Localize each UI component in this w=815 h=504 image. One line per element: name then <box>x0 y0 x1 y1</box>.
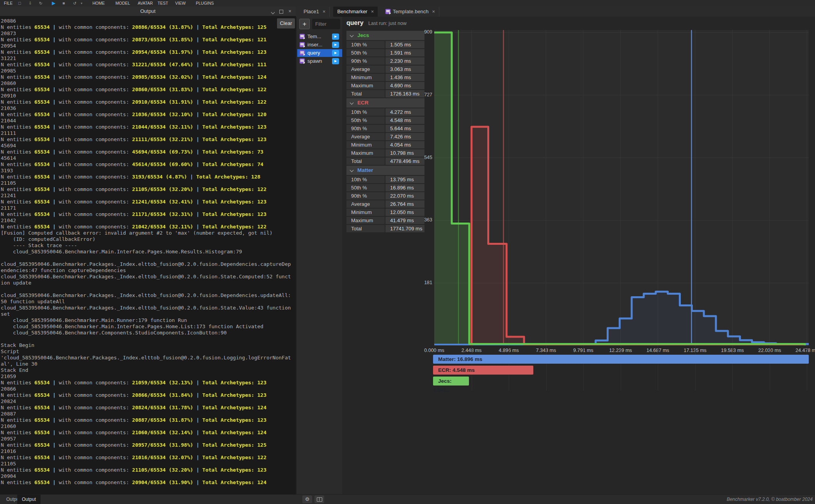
bench-script-icon <box>300 34 305 39</box>
play-icon[interactable]: ▶ <box>52 0 55 7</box>
docs-book-icon[interactable] <box>314 495 324 503</box>
stat-value: 1.436 ms <box>385 74 424 81</box>
log-line-entities: N entities 65534 | with common component… <box>1 149 292 155</box>
credit-text: Benchmarker v7.2.0, © boatbomber 2024 <box>727 495 813 504</box>
tab-close-icon[interactable]: × <box>432 9 435 14</box>
log-line-count: 21016 <box>1 448 292 454</box>
ribbon-menu-avatar[interactable]: AVATAR <box>138 0 153 7</box>
log-line-entities: N entities 65534 | with common component… <box>1 380 292 386</box>
log-line-count: 31221 <box>1 55 292 62</box>
stat-label-Total: Total <box>346 225 385 232</box>
stat-value: 1.505 ms <box>385 41 424 48</box>
log-line-entities: N entities 65534 | with common component… <box>1 417 292 423</box>
log-line-count: 20860 <box>1 80 292 87</box>
log-line-entities: N entities 65534 | with common component… <box>1 136 292 143</box>
error-log-line: cloud_5853950046.Benchmarker.Packages._I… <box>1 261 292 274</box>
legend-bar-jecs[interactable]: Jecs: 1.591... <box>433 377 469 386</box>
log-line-count: 20954 <box>1 43 292 49</box>
section-name: Matter <box>357 166 373 175</box>
log-line-entities: N entities 65534 | with common component… <box>1 161 292 168</box>
log-line-count: 21241 <box>1 193 292 199</box>
stat-label-Maximum: Maximum <box>346 149 385 157</box>
stat-value: 4.272 ms <box>385 108 424 116</box>
results-title: query <box>346 19 364 27</box>
log-line-count: 20985 <box>1 68 292 74</box>
stat-value: 5.644 ms <box>385 125 424 132</box>
chevron-down-icon <box>350 168 354 172</box>
doc-tab-benchmarker[interactable]: Benchmarker× <box>333 7 378 17</box>
float-window-icon[interactable] <box>279 9 284 15</box>
legend-gridline <box>546 345 547 391</box>
error-log-line: cloud_5853950046.Benchmarker.Packages._I… <box>1 292 292 305</box>
collapse-chevron-icon[interactable] <box>270 9 275 15</box>
filter-input[interactable] <box>312 19 340 29</box>
ribbon-menu-plugins[interactable]: PLUGINS <box>196 0 214 7</box>
log-line-entities: N entities 65534 | with common component… <box>1 454 292 461</box>
section-header-matter[interactable]: Matter <box>346 166 424 175</box>
run-benchmark-button[interactable]: ▶ <box>332 50 339 56</box>
ribbon-menu-view[interactable]: VIEW <box>175 0 186 7</box>
redo-icon[interactable]: ↻ <box>39 0 43 7</box>
doc-tab-place1[interactable]: Place1× <box>300 7 330 17</box>
file-menu[interactable]: FILE <box>4 0 12 7</box>
log-line-count: 21060 <box>1 423 292 430</box>
tab-close-icon[interactable]: × <box>371 9 374 14</box>
log-line-entities: N entities 65534 | with common component… <box>1 24 292 30</box>
log-line-count: 21105 <box>1 180 292 186</box>
benchmark-item-label: query <box>307 49 320 57</box>
ribbon-menu-test[interactable]: TEST <box>158 0 168 7</box>
stat-label-90th: 90th % <box>346 125 385 132</box>
import-icon[interactable]: ⇩ <box>28 0 32 7</box>
benchmark-item-label: spawn <box>307 57 322 65</box>
undo-icon[interactable]: ↺ <box>73 0 76 7</box>
section-header-ecr[interactable]: ECR <box>346 98 424 108</box>
stat-label-Average: Average <box>346 65 385 73</box>
undo-dropdown-icon[interactable]: ▾ <box>81 0 82 7</box>
stat-label-Maximum: Maximum <box>346 82 385 89</box>
benchmark-item-Tem[interactable]: Tem...▶ <box>297 33 342 41</box>
benchmark-item-inser[interactable]: inser...▶ <box>297 41 342 49</box>
x-tick-label: 0.000 ms <box>419 348 449 353</box>
clear-output-button[interactable]: Clear <box>277 18 295 28</box>
run-benchmark-button[interactable]: ▶ <box>332 34 339 40</box>
add-benchmark-button[interactable]: + <box>299 19 310 29</box>
run-benchmark-button[interactable]: ▶ <box>332 42 339 48</box>
stat-value: 4.690 ms <box>385 82 424 89</box>
ribbon-menu-model[interactable]: MODEL <box>115 0 130 7</box>
stat-value: 2.230 ms <box>385 57 424 65</box>
section-header-jecs[interactable]: Jecs <box>346 31 424 40</box>
ribbon-menu-home[interactable]: HOME <box>92 0 105 7</box>
new-file-icon[interactable]: □ <box>18 0 21 7</box>
section-name: ECR <box>357 98 369 108</box>
error-log-line: ---- Stack trace ---- <box>1 242 292 249</box>
stat-value: 7.426 ms <box>385 133 424 140</box>
bottom-tab-output-1[interactable]: Output <box>17 495 41 504</box>
stat-value: 26.764 ms <box>385 200 424 208</box>
stat-value: 16.896 ms <box>385 184 424 191</box>
last-run-label: Last run: just now <box>368 21 407 26</box>
benchmark-item-query[interactable]: query▶ <box>297 49 342 57</box>
stat-label-Total: Total <box>346 157 385 165</box>
benchmark-item-spawn[interactable]: spawn▶ <box>297 57 342 65</box>
doc-tab-template-bench[interactable]: Template.bench× <box>382 7 439 17</box>
stat-label-10th: 10th % <box>346 41 385 48</box>
gear-icon[interactable]: ⚙ <box>302 495 312 503</box>
legend-bar-matter[interactable]: Matter: 16.896 ms <box>433 355 809 364</box>
bench-script-icon <box>300 50 305 55</box>
error-log-line: cloud_5853950046.Benchmarker.Main.Runner… <box>1 317 292 324</box>
log-line-count: 20886 <box>1 18 292 24</box>
error-log-line: cloud_5853950046.Benchmarker.Main.Interf… <box>1 324 292 330</box>
output-console[interactable]: 20886N entities 65534 | with common comp… <box>0 16 296 494</box>
log-line-count: 45614 <box>1 155 292 161</box>
close-panel-icon[interactable]: × <box>287 9 293 14</box>
tab-close-icon[interactable]: × <box>323 9 326 14</box>
log-line-count: 3193 <box>1 168 292 174</box>
benchmark-item-label: inser... <box>307 41 322 49</box>
legend-bar-ecr[interactable]: ECR: 4.548 ms <box>433 366 533 375</box>
run-benchmark-button[interactable]: ▶ <box>332 58 339 64</box>
error-log-line: (ID: computedCallbackError) <box>1 236 292 242</box>
y-tick-label: 363 <box>414 217 432 223</box>
stop-icon[interactable]: ■ <box>62 0 65 7</box>
log-line-count: 21111 <box>1 130 292 136</box>
error-log-line: [Fusion] Computed callback error: invali… <box>1 230 292 236</box>
